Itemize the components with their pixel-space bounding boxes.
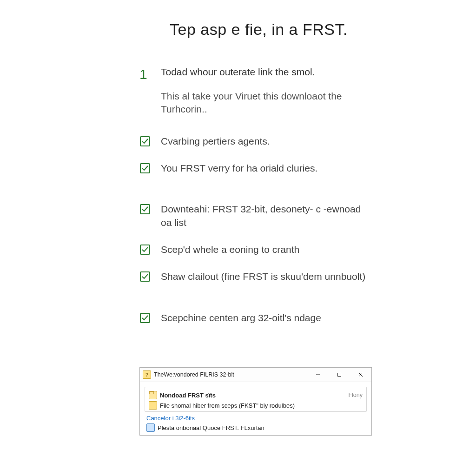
download-dialog: ? TheWe:vondored FILRIS 32-bit [139,367,372,436]
dialog-body: Nondoad FRST sïts Flony File shomal hibe… [140,382,371,432]
svg-rect-3 [140,245,150,254]
key-icon [149,401,157,410]
list-item[interactable]: Plesta onbonaal Quoce FRST. FLxurtan [140,423,371,432]
svg-rect-2 [140,205,150,214]
check-icon [139,162,161,174]
list-item-right: Flony [344,392,363,398]
dialog-link[interactable]: Cancelor i 3i2-6its [140,412,371,423]
check-text: Cvarbing pertiers agents. [161,135,374,148]
check-icon [139,243,161,255]
window-controls [307,368,371,382]
check-icon [139,135,161,147]
check-text: Shaw clailout (fine FRST is skuu'dem unn… [161,270,374,283]
dialog-title: TheWe:vondored FILRIS 32-bit [154,371,307,378]
minimize-button[interactable] [307,368,329,382]
dialog-app-icon: ? [143,370,151,379]
svg-rect-7 [338,373,341,377]
check-icon [139,311,161,324]
close-button[interactable] [350,368,371,382]
step-number: 1 [139,66,161,82]
check-text: Scepchine centen arg 32-oitl's ndage [161,311,374,324]
file-icon [146,423,155,432]
check-item: Scepchine centen arg 32-oitl's ndage [139,311,448,324]
check-icon [139,203,161,215]
step-body: Todad whour outerate link the smol. This… [161,66,448,116]
check-item: Cvarbing pertiers agents. [139,135,448,148]
list-item-text: File shomal hiber from sceps (FKST" bly … [160,402,359,409]
list-item-text: Plesta onbonaal Quoce FRST. FLxurtan [158,424,371,431]
check-text: Downteahi: FRST 32-bit, desonety- c -ewn… [161,203,374,229]
list-item[interactable]: Nondoad FRST sïts Flony [149,390,363,400]
list-item[interactable]: File shomal hiber from sceps (FKST" bly … [149,400,363,410]
svg-rect-4 [140,272,150,281]
check-icon [139,270,161,282]
check-text: Scep'd whele a eoning to cranth [161,243,374,256]
svg-rect-1 [140,164,150,173]
folder-icon [149,391,157,399]
svg-rect-0 [140,137,150,146]
check-item: Scep'd whele a eoning to cranth [139,243,448,256]
maximize-button[interactable] [329,368,350,382]
check-item: You FRST verry for ha oriald cluries. [139,162,448,175]
check-item: Shaw clailout (fine FRST is skuu'dem unn… [139,270,448,283]
check-item: Downteahi: FRST 32-bit, desonety- c -ewn… [139,203,448,229]
svg-rect-5 [140,313,150,323]
dialog-titlebar[interactable]: ? TheWe:vondored FILRIS 32-bit [140,368,371,382]
dialog-list: Nondoad FRST sïts Flony File shomal hibe… [145,387,367,412]
step-line-2: This al take your Viruet this downloaot … [161,90,374,116]
step-1: 1 Todad whour outerate link the smol. Th… [139,66,448,116]
step-line-1: Todad whour outerate link the smol. [161,66,374,78]
page-title: Tep asp e fie, in a FRST. [170,20,448,39]
list-item-text: Nondoad FRST sïts [160,392,344,399]
check-text: You FRST verry for ha oriald cluries. [161,162,374,175]
